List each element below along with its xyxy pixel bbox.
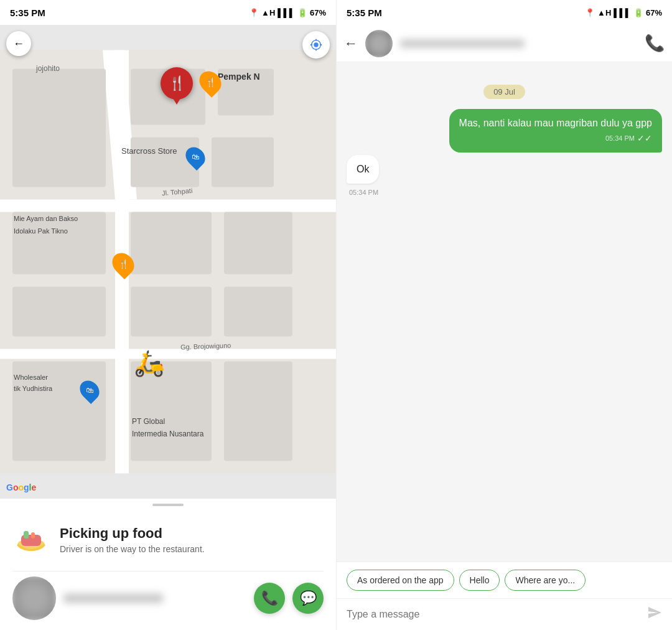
signal-bars-right: ▌▌▌ [614, 8, 631, 17]
map-label-jojohito: jojohito [36, 64, 60, 73]
time-left: 5:35 PM [10, 7, 45, 18]
battery-icon-right: 🔋 [633, 8, 643, 17]
svg-rect-24 [31, 532, 35, 538]
pickup-subtitle: Driver is on the way to the restaurant. [60, 544, 205, 554]
quick-replies: As ordered on the app Hello Where are yo… [337, 562, 672, 598]
chat-input-field[interactable] [347, 609, 641, 620]
message-received-1: Ok [347, 155, 379, 184]
message-sent-1: Mas, nanti kalau mau magriban dulu ya gp… [449, 109, 662, 153]
svg-rect-3 [0, 349, 336, 359]
food-icon-orange-2: 🍴 [205, 77, 216, 87]
bottom-card: Picking up food Driver is on the way to … [0, 511, 336, 630]
svg-rect-14 [224, 287, 292, 337]
map-label-starcross: Starcross Store [121, 146, 177, 156]
message-time-sent-1: 05:34 PM ✓✓ [459, 133, 652, 145]
map-area[interactable]: Jl. Tohpati Gg. Brojowiguno Starcross St… [0, 25, 336, 499]
message-text-sent-1: Mas, nanti kalau mau magriban dulu ya gp… [459, 118, 652, 128]
left-panel: 5:35 PM 📍 ▲H ▌▌▌ 🔋 67% [0, 0, 336, 630]
battery-level-left: 67% [310, 8, 326, 17]
pickup-title: Picking up food [60, 525, 205, 542]
chat-avatar [365, 30, 393, 57]
map-label-intermedia: Intermedia Nusantara [132, 430, 203, 438]
driver-name-area [63, 593, 246, 603]
map-label-idolaku: Idolaku Pak Tikno [14, 227, 68, 235]
svg-point-19 [314, 42, 318, 47]
google-logo: Google [6, 482, 36, 492]
quick-reply-2[interactable]: Hello [459, 570, 500, 591]
map-label-mieayam: Mie Ayam dan Bakso [14, 215, 78, 222]
driver-avatar-blur [12, 576, 56, 620]
svg-rect-10 [224, 212, 292, 275]
map-label-pempek: Pempek N [218, 72, 260, 82]
shopping-bag-icon: 🛍 [192, 153, 199, 161]
svg-rect-2 [0, 200, 336, 212]
battery-icon-left: 🔋 [297, 8, 307, 17]
chat-avatar-image [365, 30, 393, 57]
back-button-map[interactable]: ← [6, 31, 31, 56]
food-icon-orange: 🍴 [118, 259, 129, 269]
driver-name-blur [63, 593, 163, 603]
shopping-bag-icon-2: 🛍 [86, 386, 93, 395]
svg-rect-13 [131, 287, 212, 337]
location-icon-left: 📍 [249, 8, 259, 17]
pickup-text: Picking up food Driver is on the way to … [60, 525, 205, 554]
chat-back-button[interactable]: ← [344, 35, 358, 52]
chat-back-arrow-icon: ← [344, 35, 358, 51]
pickup-icon [12, 521, 50, 558]
svg-rect-9 [131, 212, 212, 275]
message-text-received-1: Ok [357, 164, 369, 174]
drag-handle[interactable] [0, 499, 336, 511]
svg-rect-8 [212, 138, 274, 187]
restaurant-icon: 🍴 [169, 75, 185, 92]
svg-rect-23 [24, 531, 29, 538]
signal-icon-right: ▲H [597, 8, 611, 17]
read-receipt-icon: ✓✓ [637, 133, 652, 145]
date-badge: 09 Jul [483, 85, 525, 99]
svg-rect-12 [12, 69, 106, 187]
chat-name-blur [400, 39, 525, 48]
location-icon-right: 📍 [585, 8, 595, 17]
call-driver-button[interactable]: 📞 [254, 583, 285, 614]
message-received-1-wrapper: Ok 05:34 PM [347, 155, 662, 196]
driver-actions: 📞 💬 [254, 583, 324, 614]
svg-rect-18 [224, 362, 292, 461]
quick-reply-1[interactable]: As ordered on the app [347, 570, 454, 591]
signal-bars-left: ▌▌▌ [278, 8, 295, 17]
map-label-wholesaler: Wholesaler [14, 374, 48, 381]
chat-header: ← 📞 [337, 25, 672, 62]
right-panel: 5:35 PM 📍 ▲H ▌▌▌ 🔋 67% ← 📞 09 Jul Mas, n… [336, 0, 672, 630]
status-bar-right: 5:35 PM 📍 ▲H ▌▌▌ 🔋 67% [337, 0, 672, 25]
driver-row: 📞 💬 [12, 571, 324, 620]
sent-time-1: 05:34 PM [605, 134, 635, 143]
status-icons-left: 📍 ▲H ▌▌▌ 🔋 67% [249, 8, 326, 17]
signal-icon-left: ▲H [261, 8, 275, 17]
message-time-received-1: 05:34 PM [349, 189, 378, 196]
map-label-ptglobal: PT Global [132, 417, 165, 426]
chat-messages[interactable]: 09 Jul Mas, nanti kalau mau magriban dul… [337, 62, 672, 562]
status-icons-right: 📍 ▲H ▌▌▌ 🔋 67% [585, 8, 662, 17]
driver-marker: 🛵 [134, 349, 165, 378]
message-icon: 💬 [300, 590, 317, 606]
svg-rect-15 [12, 287, 106, 337]
quick-reply-3[interactable]: Where are yo... [505, 570, 586, 591]
pickup-row: Picking up food Driver is on the way to … [12, 521, 324, 558]
map-label-yudhistira: tik Yudhistira [14, 385, 52, 392]
pin-restaurant-main: 🍴 [161, 67, 193, 100]
battery-level-right: 67% [646, 8, 662, 17]
status-bar-left: 5:35 PM 📍 ▲H ▌▌▌ 🔋 67% [0, 0, 336, 25]
location-button[interactable] [302, 31, 330, 59]
chat-call-button[interactable]: 📞 [645, 34, 665, 53]
send-button[interactable] [647, 605, 662, 624]
phone-icon: 📞 [261, 590, 278, 606]
back-arrow-icon: ← [13, 37, 24, 50]
phone-icon-chat: 📞 [645, 34, 665, 52]
drag-handle-bar [152, 504, 184, 506]
message-driver-button[interactable]: 💬 [292, 583, 324, 614]
driver-avatar [12, 576, 56, 620]
date-divider: 09 Jul [347, 85, 662, 99]
chat-input-area [337, 598, 672, 630]
time-right: 5:35 PM [347, 7, 382, 18]
